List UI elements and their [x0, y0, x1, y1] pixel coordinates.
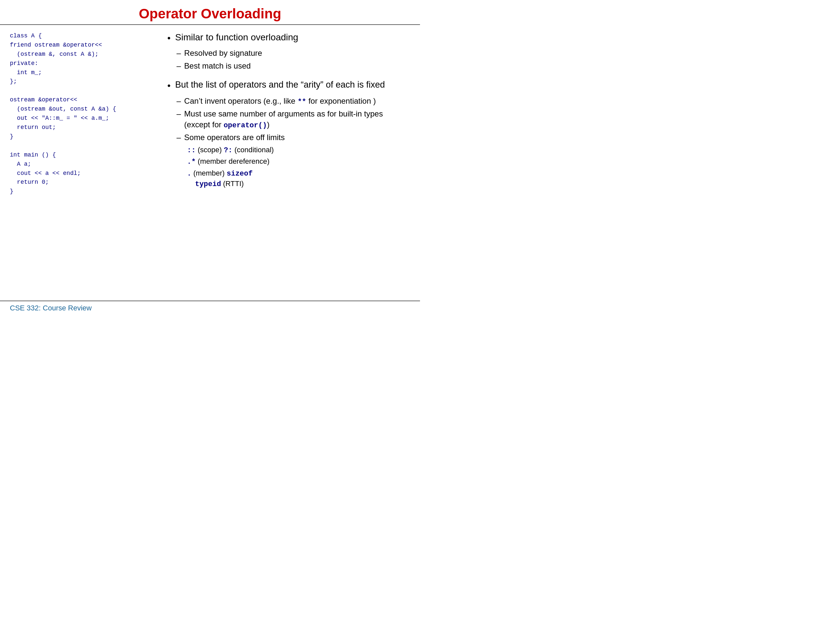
- sub-sub-bullet-1: :: (scope) ?: (conditional): [187, 145, 410, 156]
- code-inline-stars: **: [298, 98, 306, 106]
- code-line: cout << a << endl;: [10, 169, 151, 178]
- code-inline-memberderef: .*: [187, 158, 196, 166]
- bullet-dot-2: •: [167, 80, 171, 92]
- sub-sub-bullet-3: . (member) sizeof typeid (RTTI): [187, 168, 410, 189]
- bullet-item-2: • But the list of operators and the “ari…: [167, 79, 410, 92]
- sub-dash: –: [177, 109, 181, 119]
- sub-sub-text-2: .* (member dereference): [187, 156, 269, 167]
- sub-sub-text-3: . (member) sizeof typeid (RTTI): [187, 168, 253, 189]
- code-block-1: class A { friend ostream &operator<< (os…: [10, 32, 151, 86]
- slide: Operator Overloading class A { friend os…: [0, 0, 420, 315]
- code-line: ostream &operator<<: [10, 95, 151, 105]
- bullet-main-2: • But the list of operators and the “ari…: [167, 79, 410, 189]
- sub-sub-bullet-2: .* (member dereference): [187, 156, 410, 167]
- bullet-text-1: Similar to function overloading: [175, 32, 410, 43]
- code-inline-scope: ::: [187, 146, 196, 155]
- code-inline-operator: operator(): [223, 122, 267, 129]
- code-line: int m_;: [10, 68, 151, 77]
- slide-body: class A { friend ostream &operator<< (os…: [0, 25, 420, 300]
- code-line: }: [10, 132, 151, 141]
- sub-text: Resolved by signature: [184, 48, 262, 58]
- sub-sub-text-1: :: (scope) ?: (conditional): [187, 145, 274, 156]
- code-line: (ostream &out, const A &a) {: [10, 105, 151, 114]
- code-line: };: [10, 77, 151, 86]
- footer-label: CSE 332: Course Review: [10, 304, 92, 312]
- right-panel: • Similar to function overloading – Reso…: [158, 25, 420, 300]
- code-line: A a;: [10, 160, 151, 169]
- code-line: out << "A::m_ = " << a.m_;: [10, 114, 151, 123]
- code-line: friend ostream &operator<<: [10, 41, 151, 50]
- code-line: int main () {: [10, 151, 151, 160]
- sub-text: Must use same number of arguments as for…: [184, 109, 410, 130]
- sub-bullet-2-3: – Some operators are off limits: [177, 132, 410, 143]
- sub-bullet-2-2: – Must use same number of arguments as f…: [177, 109, 410, 130]
- sub-dash: –: [177, 132, 181, 143]
- code-block-2: ostream &operator<< (ostream &out, const…: [10, 95, 151, 141]
- sub-text: Can’t invent operators (e.g., like ** fo…: [184, 96, 376, 107]
- code-block-3: int main () { A a; cout << a << endl; re…: [10, 151, 151, 196]
- sub-dash: –: [177, 96, 181, 106]
- sub-bullet-1-2: – Best match is used: [177, 61, 410, 71]
- code-inline-sizeof: sizeof: [227, 170, 253, 178]
- left-panel: class A { friend ostream &operator<< (os…: [0, 25, 158, 300]
- code-line: return out;: [10, 123, 151, 132]
- sub-dash: –: [177, 48, 181, 58]
- code-line: private:: [10, 59, 151, 68]
- sub-text: Some operators are off limits: [184, 132, 284, 143]
- code-inline-dot: .: [187, 170, 191, 178]
- code-line: (ostream &, const A &);: [10, 50, 151, 59]
- bullet-dot: •: [167, 32, 171, 44]
- code-inline-typeid: typeid: [195, 180, 221, 188]
- sub-text: Best match is used: [184, 61, 251, 71]
- slide-header: Operator Overloading: [0, 0, 420, 25]
- slide-footer: CSE 332: Course Review: [0, 300, 420, 315]
- sub-bullet-2-1: – Can’t invent operators (e.g., like ** …: [177, 96, 410, 107]
- sub-dash: –: [177, 61, 181, 71]
- code-line: class A {: [10, 32, 151, 41]
- bullet-text-2: But the list of operators and the “arity…: [175, 79, 410, 90]
- sub-bullet-1-1: – Resolved by signature: [177, 48, 410, 58]
- bullet-main-1: • Similar to function overloading – Reso…: [167, 32, 410, 71]
- code-inline-cond: ?:: [224, 146, 232, 155]
- bullet-item-1: • Similar to function overloading: [167, 32, 410, 44]
- slide-title: Operator Overloading: [13, 6, 407, 22]
- code-line: }: [10, 187, 151, 196]
- code-line: return 0;: [10, 178, 151, 187]
